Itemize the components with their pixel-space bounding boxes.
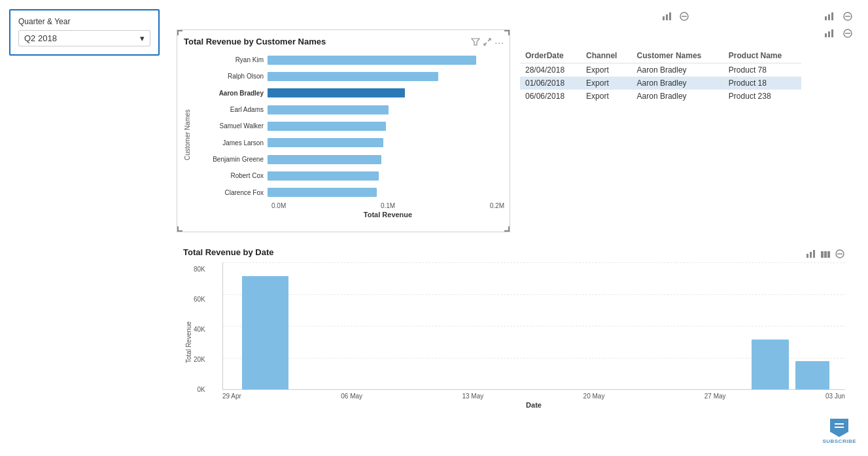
chart-icon-1[interactable] <box>660 9 674 24</box>
table-cell: Aaron Bradley <box>632 63 723 77</box>
svg-marker-15 <box>472 39 479 45</box>
hbar-bar-container <box>268 105 504 114</box>
subscribe-text: SUBSCRIBE <box>822 438 856 444</box>
date-x-label: 27 May <box>704 393 726 400</box>
svg-rect-18 <box>807 254 808 258</box>
date-x-label: 03 Jun <box>825 393 845 400</box>
svg-rect-12 <box>831 29 833 37</box>
date-chart: Total Revenue 80K60K40K20K0K 29 Apr06 Ma… <box>183 262 845 423</box>
table-row: 01/06/2018ExportAaron BradleyProduct 18 <box>520 77 801 90</box>
date-y-tick: 40K <box>194 326 205 333</box>
filter-value: Q2 2018 <box>24 33 57 43</box>
svg-rect-6 <box>828 14 830 20</box>
hbar-bar <box>268 155 381 164</box>
hbar-bar-container <box>268 138 504 147</box>
hbar-row-label: Robert Cox <box>196 172 268 179</box>
hbar-bar <box>268 122 386 131</box>
svg-rect-10 <box>825 33 827 37</box>
svg-rect-20 <box>813 250 815 258</box>
hbar-bar <box>268 171 379 181</box>
table-cell: Export <box>581 77 631 90</box>
icon-row-2 <box>822 26 855 41</box>
expand-icon[interactable] <box>483 37 492 48</box>
no-entry-icon-1[interactable] <box>677 9 691 24</box>
x-tick: 0.0M <box>271 202 286 209</box>
date-x-label: 29 Apr <box>222 393 241 400</box>
table-header: Channel <box>581 49 631 63</box>
icon-group-2 <box>822 9 855 41</box>
table-cell: Product 78 <box>723 63 801 77</box>
subscribe-icon <box>830 419 848 437</box>
filter-label: Quarter & Year <box>18 17 150 26</box>
hbar-row: Benjamin Greene <box>196 153 504 166</box>
table-row: 06/06/2018ExportAaron BradleyProduct 238 <box>520 90 801 103</box>
hbar-bar <box>268 56 476 65</box>
hbar-row-label: Aaron Bradley <box>196 90 268 97</box>
hbar-x-axis: 0.0M0.1M0.2M <box>196 202 504 209</box>
hbar-bar-container <box>268 56 504 65</box>
dashboard: Quarter & Year Q2 2018 ▾ <box>0 0 868 456</box>
filter-select[interactable]: Q2 2018 ▾ <box>18 30 150 46</box>
table-cell: Aaron Bradley <box>632 90 723 103</box>
date-chart-panel: Total Revenue by Date Total Revenue 80K6… <box>177 241 850 434</box>
svg-rect-2 <box>669 12 671 20</box>
bar-chart-header: Total Revenue by Customer Names ··· <box>184 37 504 49</box>
hbar-bar <box>268 138 383 147</box>
filter-icon[interactable] <box>471 37 480 48</box>
table-header: OrderDate <box>520 49 581 63</box>
svg-rect-11 <box>828 31 830 37</box>
grid-line-50 <box>223 326 845 326</box>
grid-line-0 <box>223 262 845 263</box>
date-bar <box>752 340 789 389</box>
hbar-row-label: Earl Adams <box>196 106 268 113</box>
no-entry-icon-bottom[interactable] <box>835 248 845 260</box>
chart-bar-icon-bottom-2[interactable] <box>820 248 831 260</box>
date-x-label: 20 May <box>583 393 605 400</box>
date-y-ticks: 80K60K40K20K0K <box>194 266 205 393</box>
hbar-row: Ralph Olson <box>196 70 504 83</box>
svg-rect-19 <box>810 252 812 258</box>
hbar-bar <box>268 105 389 114</box>
date-chart-icons <box>806 248 845 260</box>
date-chart-main: 29 Apr06 May13 May20 May27 May03 Jun Dat… <box>222 262 845 423</box>
chart-icon-2[interactable] <box>822 9 837 24</box>
chart-bar-icon-bottom[interactable] <box>806 248 816 260</box>
svg-rect-23 <box>827 251 830 258</box>
filter-card: Quarter & Year Q2 2018 ▾ <box>9 9 160 56</box>
hbar-row-label: Samuel Walker <box>196 122 268 130</box>
hbar-bar-container <box>268 122 504 131</box>
hbar-content: Ryan KimRalph OlsonAaron BradleyEarl Ada… <box>196 52 504 219</box>
subscribe-badge[interactable]: SUBSCRIBE <box>822 419 856 444</box>
grid-line-25 <box>223 294 845 295</box>
svg-rect-5 <box>825 16 827 20</box>
hbar-bar-container <box>268 155 504 164</box>
table-cell: Export <box>581 63 631 77</box>
table-header: Customer Names <box>632 49 723 63</box>
date-y-tick: 0K <box>198 386 205 393</box>
table-cell: Product 238 <box>723 90 801 103</box>
no-entry-icon-2[interactable] <box>841 9 855 24</box>
table-cell: Product 18 <box>723 77 801 90</box>
svg-rect-0 <box>663 16 665 20</box>
chart-icon-3[interactable] <box>822 26 837 41</box>
hbar-row: Aaron Bradley <box>196 86 504 99</box>
hbar-rows: Ryan KimRalph OlsonAaron BradleyEarl Ada… <box>196 52 504 201</box>
date-x-labels: 29 Apr06 May13 May20 May27 May03 Jun <box>222 393 845 400</box>
date-bar <box>242 276 288 389</box>
hbar-row: Samuel Walker <box>196 120 504 133</box>
date-y-axis-label: Total Revenue <box>183 262 194 423</box>
table-panel: OrderDateChannelCustomer NamesProduct Na… <box>520 49 801 103</box>
table-cell: 06/06/2018 <box>520 90 581 103</box>
bar-chart-title: Total Revenue by Customer Names <box>184 37 326 46</box>
date-y-tick: 60K <box>194 296 205 303</box>
y-axis-label: Customer Names <box>184 52 194 219</box>
date-y-tick: 80K <box>194 266 205 273</box>
hbar-x-label: Total Revenue <box>196 209 504 219</box>
hbar-row: James Larson <box>196 136 504 149</box>
no-entry-icon-3[interactable] <box>841 26 855 41</box>
svg-rect-7 <box>831 12 833 20</box>
bar-chart-panel: Total Revenue by Customer Names ··· Cust… <box>177 29 510 232</box>
hbar-bar-container <box>268 72 504 81</box>
icon-group-1 <box>660 9 691 24</box>
more-icon[interactable]: ··· <box>495 37 504 48</box>
